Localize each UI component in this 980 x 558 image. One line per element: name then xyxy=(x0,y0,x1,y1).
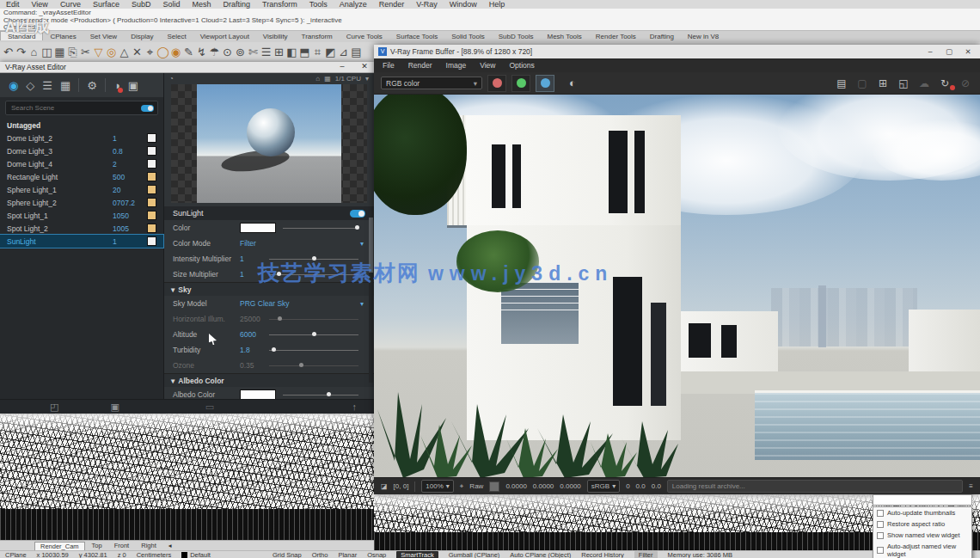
vfb-menu-item[interactable]: Image xyxy=(446,61,467,70)
property-value[interactable]: 6000 xyxy=(240,330,269,339)
slider-knob[interactable] xyxy=(272,347,276,352)
menu-item[interactable]: Transform xyxy=(262,0,297,9)
log-icon[interactable]: ≡ xyxy=(969,482,973,490)
color-picker-icon[interactable]: ⌖ xyxy=(460,482,464,491)
alpha-channel-icon[interactable]: ◐ xyxy=(565,77,580,89)
copy-image-icon[interactable]: ▢ xyxy=(854,77,870,89)
rhino-toolbar-icon[interactable]: ↶ xyxy=(2,46,15,58)
rhino-toolbar-icon[interactable]: ✂ xyxy=(79,46,92,58)
enabled-toggle[interactable] xyxy=(350,210,365,218)
chevron-down-icon[interactable]: ▾ xyxy=(360,240,364,248)
toolbar-tab[interactable]: Transform xyxy=(295,32,340,40)
rhino-toolbar-icon[interactable]: ⌗ xyxy=(311,46,324,59)
menu-item-auto-update-thumbnails[interactable]: Auto-update thumbnails xyxy=(873,507,971,518)
toggle-planar[interactable]: Planar xyxy=(338,551,357,558)
light-row[interactable]: Sphere Light_120 xyxy=(0,183,163,196)
cplane-button[interactable]: CPlane xyxy=(5,551,27,558)
menu-item-restore-aspect-ratio[interactable]: Restore aspect ratio xyxy=(873,518,971,530)
menu-item[interactable]: Analyze xyxy=(340,0,367,9)
asset-editor-titlebar[interactable]: V-Ray Asset Editor – ✕ xyxy=(0,62,374,73)
menu-item-show-named-view-widget[interactable]: Show named view widget xyxy=(873,530,971,541)
wireframe-viewport[interactable] xyxy=(0,413,374,540)
property-value[interactable]: 1.8 xyxy=(240,346,269,354)
layer-indicator[interactable]: Default xyxy=(181,551,211,558)
rhino-toolbar-icon[interactable]: ⌂ xyxy=(28,46,40,58)
light-row-selected[interactable]: SunLight1 xyxy=(0,235,163,248)
rhino-toolbar-icon[interactable]: ◧ xyxy=(285,46,298,58)
rhino-toolbar-icon[interactable]: ◎ xyxy=(105,46,118,58)
menu-item[interactable]: Help xyxy=(489,0,505,9)
minimize-icon[interactable]: – xyxy=(922,47,938,56)
settings-gear-icon[interactable]: ⚙ xyxy=(87,79,97,92)
slider[interactable] xyxy=(283,395,358,396)
toggle-auto-cplane[interactable]: Auto CPlane (Object) xyxy=(510,551,571,558)
tab-scroll-icon[interactable]: ◂ xyxy=(163,542,177,549)
albedo-section-header[interactable]: ▾Albedo Color xyxy=(164,373,374,387)
close-icon[interactable]: ✕ xyxy=(960,47,976,56)
light-color-swatch[interactable] xyxy=(147,211,156,220)
rhino-toolbar-icon[interactable]: ⌖ xyxy=(144,46,156,59)
scrollbar[interactable] xyxy=(369,211,373,383)
toolbar-tab[interactable]: Display xyxy=(124,32,160,40)
context-menu-field[interactable] xyxy=(873,494,972,506)
light-color-swatch[interactable] xyxy=(147,185,156,194)
viewport-tab[interactable]: Right xyxy=(136,542,162,549)
viewport-tab-active[interactable]: Render_Cam xyxy=(34,542,85,550)
folder-icon[interactable]: ◰ xyxy=(50,402,58,413)
rhino-toolbar-icon[interactable]: ▦ xyxy=(53,46,66,58)
light-row[interactable]: Rectangle Light500 xyxy=(0,170,163,183)
rhino-toolbar-icon[interactable]: ⎘ xyxy=(66,46,79,59)
slider-knob[interactable] xyxy=(355,225,359,230)
pie-icon[interactable]: ◔ xyxy=(169,75,174,83)
home-icon[interactable]: ⌂ xyxy=(315,75,320,83)
cloud-icon[interactable]: ☁ xyxy=(916,77,932,89)
light-row[interactable]: Spot Light_11050 xyxy=(0,209,163,222)
command-history[interactable]: Command: _vrayAssetEditor Choose render … xyxy=(0,9,980,31)
rhino-toolbar-icon[interactable]: ⬒ xyxy=(298,46,311,58)
light-row[interactable]: Dome Light_30.8 xyxy=(0,144,163,157)
filter-toggle[interactable] xyxy=(141,105,154,112)
rhino-toolbar-icon[interactable]: ◫ xyxy=(40,46,53,58)
units-label[interactable]: Centimeters xyxy=(137,551,171,558)
vfb-menu-item[interactable]: Options xyxy=(510,61,535,70)
vfb-menu-item[interactable]: File xyxy=(383,61,395,70)
slider-knob[interactable] xyxy=(312,332,316,336)
close-icon[interactable]: ✕ xyxy=(358,62,371,71)
chevron-down-icon[interactable]: ▾ xyxy=(360,300,364,308)
zoom-dropdown[interactable]: 100%▾ xyxy=(421,480,453,493)
light-color-swatch[interactable] xyxy=(147,198,156,207)
vfb-titlebar[interactable]: V V-Ray Frame Buffer - [88.9% of 1280 x … xyxy=(374,45,980,58)
grid-icon[interactable]: ▦ xyxy=(324,75,331,83)
display-colorspace-dropdown[interactable]: sRGB▾ xyxy=(587,480,620,493)
viewport-tab[interactable]: Front xyxy=(109,542,135,549)
stamp-icon[interactable]: ◪ xyxy=(381,482,388,490)
render-last-icon[interactable]: ↻ xyxy=(937,77,952,89)
toolbar-tab[interactable]: Drafting xyxy=(643,32,681,40)
toolbar-tab[interactable]: SubD Tools xyxy=(492,32,541,40)
rhino-toolbar-icon[interactable]: ↷ xyxy=(15,46,28,58)
panel-icon[interactable]: ◱ xyxy=(896,77,911,89)
slider[interactable] xyxy=(283,228,358,229)
menu-item[interactable]: View xyxy=(32,0,48,9)
slider-knob[interactable] xyxy=(327,392,331,396)
rhino-toolbar-icon[interactable]: ☂ xyxy=(208,46,221,58)
menu-item[interactable]: Edit xyxy=(6,0,20,9)
rhino-toolbar-icon[interactable]: ▽ xyxy=(92,46,105,58)
light-color-swatch[interactable] xyxy=(147,146,156,156)
menu-item[interactable]: Surface xyxy=(93,0,119,9)
toggle-smarttrack[interactable]: SmartTrack xyxy=(396,551,438,558)
rhino-toolbar-icon[interactable]: ⊚ xyxy=(234,46,247,58)
vfb-menu-item[interactable]: View xyxy=(480,61,495,70)
light-color-swatch[interactable] xyxy=(147,133,156,143)
textures-icon[interactable]: ▦ xyxy=(60,79,70,92)
red-channel-button[interactable] xyxy=(487,75,506,92)
toggle-grid-snap[interactable]: Grid Snap xyxy=(273,551,302,558)
toolbar-tab[interactable]: Surface Tools xyxy=(389,32,444,40)
region-render-icon[interactable]: ⊞ xyxy=(875,77,891,89)
menu-item[interactable]: SubD xyxy=(132,0,151,9)
light-row[interactable]: Dome Light_21 xyxy=(0,132,163,144)
rhino-toolbar-icon[interactable]: ◉ xyxy=(169,46,182,58)
menu-item[interactable]: Drafting xyxy=(223,0,250,9)
light-color-swatch[interactable] xyxy=(147,224,156,233)
trash-icon[interactable]: ▭ xyxy=(205,402,214,413)
